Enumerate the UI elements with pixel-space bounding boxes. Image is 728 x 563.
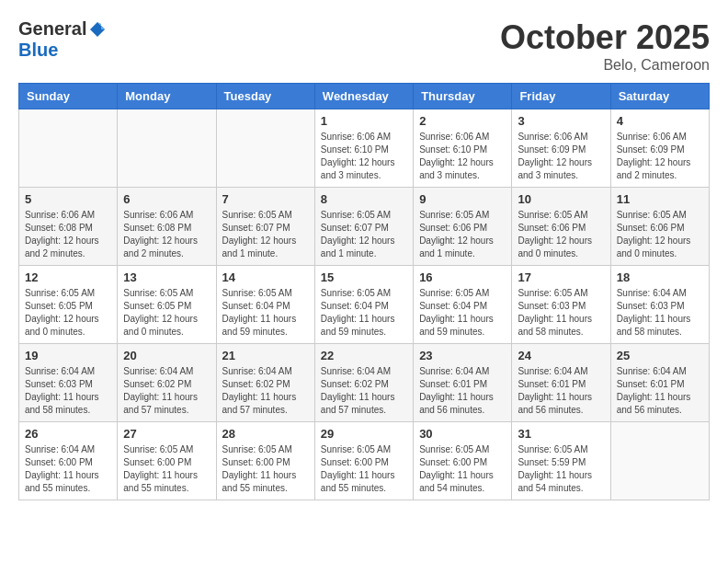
logo-icon (88, 20, 107, 39)
calendar-cell (118, 109, 216, 188)
calendar-cell: 3Sunrise: 6:06 AM Sunset: 6:09 PM Daylig… (512, 109, 610, 188)
logo: General Blue (18, 18, 107, 61)
calendar-header-sunday: Sunday (19, 84, 118, 109)
day-info: Sunrise: 6:05 AM Sunset: 6:04 PM Dayligh… (321, 287, 407, 339)
day-number: 30 (419, 427, 506, 441)
calendar-header-wednesday: Wednesday (314, 84, 413, 109)
calendar-cell (19, 109, 118, 188)
month-title: October 2025 Belo, Cameroon (500, 18, 710, 74)
day-number: 13 (123, 270, 210, 284)
calendar-header-saturday: Saturday (610, 84, 709, 109)
day-info: Sunrise: 6:04 AM Sunset: 6:02 PM Dayligh… (123, 365, 210, 417)
day-info: Sunrise: 6:05 AM Sunset: 6:00 PM Dayligh… (222, 443, 309, 495)
calendar-cell: 15Sunrise: 6:05 AM Sunset: 6:04 PM Dayli… (314, 266, 413, 344)
calendar-cell: 31Sunrise: 6:05 AM Sunset: 5:59 PM Dayli… (512, 422, 610, 500)
day-info: Sunrise: 6:04 AM Sunset: 6:02 PM Dayligh… (222, 365, 309, 417)
calendar-cell: 28Sunrise: 6:05 AM Sunset: 6:00 PM Dayli… (216, 422, 314, 500)
day-number: 23 (419, 349, 506, 362)
calendar-cell: 20Sunrise: 6:04 AM Sunset: 6:02 PM Dayli… (118, 344, 216, 422)
day-info: Sunrise: 6:05 AM Sunset: 6:06 PM Dayligh… (518, 209, 604, 260)
day-info: Sunrise: 6:05 AM Sunset: 6:04 PM Dayligh… (222, 287, 309, 339)
calendar-cell: 6Sunrise: 6:06 AM Sunset: 6:08 PM Daylig… (118, 188, 216, 266)
day-info: Sunrise: 6:05 AM Sunset: 6:00 PM Dayligh… (321, 443, 407, 495)
page-header: General Blue October 2025 Belo, Cameroon (18, 18, 710, 74)
day-number: 21 (222, 349, 309, 362)
calendar-cell: 22Sunrise: 6:04 AM Sunset: 6:02 PM Dayli… (314, 344, 413, 422)
calendar-week-row: 1Sunrise: 6:06 AM Sunset: 6:10 PM Daylig… (19, 109, 710, 188)
day-number: 14 (222, 270, 309, 284)
calendar-cell: 4Sunrise: 6:06 AM Sunset: 6:09 PM Daylig… (610, 109, 709, 188)
calendar-cell: 11Sunrise: 6:05 AM Sunset: 6:06 PM Dayli… (610, 188, 709, 266)
calendar-cell: 12Sunrise: 6:05 AM Sunset: 6:05 PM Dayli… (19, 266, 118, 344)
day-info: Sunrise: 6:06 AM Sunset: 6:09 PM Dayligh… (518, 131, 604, 182)
day-info: Sunrise: 6:06 AM Sunset: 6:08 PM Dayligh… (25, 209, 111, 260)
calendar-cell (216, 109, 314, 188)
day-info: Sunrise: 6:05 AM Sunset: 6:07 PM Dayligh… (321, 209, 407, 260)
day-number: 27 (123, 427, 210, 441)
day-number: 1 (321, 114, 407, 128)
day-number: 11 (617, 192, 703, 206)
calendar-cell: 8Sunrise: 6:05 AM Sunset: 6:07 PM Daylig… (314, 188, 413, 266)
calendar-week-row: 19Sunrise: 6:04 AM Sunset: 6:03 PM Dayli… (19, 344, 710, 422)
logo-blue: Blue (18, 40, 58, 61)
calendar-header-row: SundayMondayTuesdayWednesdayThursdayFrid… (19, 84, 710, 109)
calendar-week-row: 5Sunrise: 6:06 AM Sunset: 6:08 PM Daylig… (19, 188, 710, 266)
day-number: 4 (617, 114, 703, 128)
day-info: Sunrise: 6:06 AM Sunset: 6:08 PM Dayligh… (123, 209, 210, 260)
calendar-cell: 29Sunrise: 6:05 AM Sunset: 6:00 PM Dayli… (314, 422, 413, 500)
calendar-cell: 27Sunrise: 6:05 AM Sunset: 6:00 PM Dayli… (118, 422, 216, 500)
day-info: Sunrise: 6:04 AM Sunset: 6:03 PM Dayligh… (25, 365, 111, 417)
day-number: 25 (617, 349, 703, 362)
calendar-cell: 23Sunrise: 6:04 AM Sunset: 6:01 PM Dayli… (414, 344, 512, 422)
calendar-cell: 24Sunrise: 6:04 AM Sunset: 6:01 PM Dayli… (512, 344, 610, 422)
day-info: Sunrise: 6:04 AM Sunset: 6:00 PM Dayligh… (25, 443, 111, 495)
calendar-week-row: 12Sunrise: 6:05 AM Sunset: 6:05 PM Dayli… (19, 266, 710, 344)
calendar-cell: 9Sunrise: 6:05 AM Sunset: 6:06 PM Daylig… (414, 188, 512, 266)
calendar-cell: 16Sunrise: 6:05 AM Sunset: 6:04 PM Dayli… (414, 266, 512, 344)
day-info: Sunrise: 6:05 AM Sunset: 6:03 PM Dayligh… (518, 287, 604, 339)
day-info: Sunrise: 6:05 AM Sunset: 5:59 PM Dayligh… (518, 443, 604, 495)
calendar-cell: 18Sunrise: 6:04 AM Sunset: 6:03 PM Dayli… (610, 266, 709, 344)
day-info: Sunrise: 6:05 AM Sunset: 6:05 PM Dayligh… (123, 287, 210, 339)
logo-general: General (18, 18, 86, 40)
day-number: 10 (518, 192, 604, 206)
day-number: 24 (518, 349, 604, 362)
day-info: Sunrise: 6:04 AM Sunset: 6:01 PM Dayligh… (617, 365, 703, 417)
day-number: 22 (321, 349, 407, 362)
day-info: Sunrise: 6:05 AM Sunset: 6:04 PM Dayligh… (419, 287, 506, 339)
day-info: Sunrise: 6:06 AM Sunset: 6:09 PM Dayligh… (617, 131, 703, 182)
calendar-cell: 19Sunrise: 6:04 AM Sunset: 6:03 PM Dayli… (19, 344, 118, 422)
day-number: 8 (321, 192, 407, 206)
day-number: 26 (25, 427, 111, 441)
day-number: 6 (123, 192, 210, 206)
day-info: Sunrise: 6:05 AM Sunset: 6:06 PM Dayligh… (617, 209, 703, 260)
calendar-cell: 13Sunrise: 6:05 AM Sunset: 6:05 PM Dayli… (118, 266, 216, 344)
day-number: 29 (321, 427, 407, 441)
day-number: 31 (518, 427, 604, 441)
day-number: 20 (123, 349, 210, 362)
calendar-cell: 7Sunrise: 6:05 AM Sunset: 6:07 PM Daylig… (216, 188, 314, 266)
location: Belo, Cameroon (500, 57, 710, 74)
day-info: Sunrise: 6:04 AM Sunset: 6:03 PM Dayligh… (617, 287, 703, 339)
day-info: Sunrise: 6:06 AM Sunset: 6:10 PM Dayligh… (321, 131, 407, 182)
day-number: 18 (617, 270, 703, 284)
day-number: 5 (25, 192, 111, 206)
day-number: 2 (419, 114, 506, 128)
calendar-cell (610, 422, 709, 500)
calendar-cell: 26Sunrise: 6:04 AM Sunset: 6:00 PM Dayli… (19, 422, 118, 500)
day-number: 17 (518, 270, 604, 284)
calendar-cell: 5Sunrise: 6:06 AM Sunset: 6:08 PM Daylig… (19, 188, 118, 266)
day-number: 9 (419, 192, 506, 206)
calendar-header-tuesday: Tuesday (216, 84, 314, 109)
day-info: Sunrise: 6:04 AM Sunset: 6:01 PM Dayligh… (419, 365, 506, 417)
day-info: Sunrise: 6:04 AM Sunset: 6:01 PM Dayligh… (518, 365, 604, 417)
day-number: 12 (25, 270, 111, 284)
calendar-cell: 30Sunrise: 6:05 AM Sunset: 6:00 PM Dayli… (414, 422, 512, 500)
calendar-cell: 14Sunrise: 6:05 AM Sunset: 6:04 PM Dayli… (216, 266, 314, 344)
calendar-header-thursday: Thursday (414, 84, 512, 109)
day-number: 15 (321, 270, 407, 284)
day-info: Sunrise: 6:06 AM Sunset: 6:10 PM Dayligh… (419, 131, 506, 182)
day-info: Sunrise: 6:05 AM Sunset: 6:00 PM Dayligh… (419, 443, 506, 495)
day-number: 7 (222, 192, 309, 206)
calendar-cell: 10Sunrise: 6:05 AM Sunset: 6:06 PM Dayli… (512, 188, 610, 266)
